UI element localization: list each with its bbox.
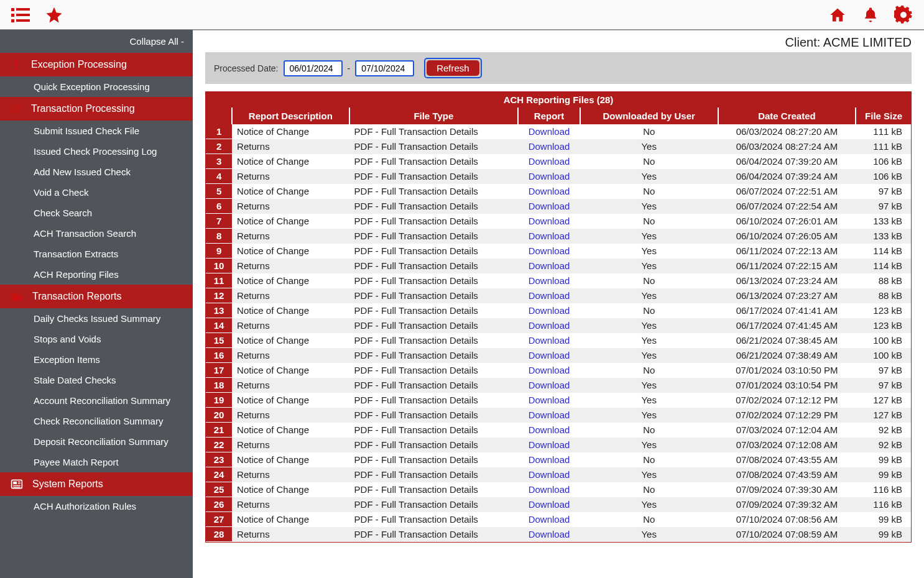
nav-item-stops-and-voids[interactable]: Stops and Voids [0,329,193,349]
report-description: Notice of Change [232,273,349,288]
file-type: PDF - Full Transaction Details [349,259,519,273]
nav-item-daily-checks-issued-summary[interactable]: Daily Checks Issued Summary [0,308,193,329]
download-link[interactable]: Download [529,335,570,346]
refresh-button[interactable]: Refresh [427,60,479,76]
nav-item-stale-dated-checks[interactable]: Stale Dated Checks [0,370,193,390]
download-link[interactable]: Download [529,484,570,495]
row-number: 12 [206,288,232,303]
col-header-2[interactable]: File Type [349,108,519,124]
download-link[interactable]: Download [529,275,570,286]
svg-rect-2 [11,14,14,17]
download-link[interactable]: Download [529,141,570,152]
download-link[interactable]: Download [529,216,570,226]
col-header-6[interactable]: File Size [856,108,911,124]
download-link[interactable]: Download [529,514,570,525]
nav-item-ach-transaction-search[interactable]: ACH Transaction Search [0,223,193,244]
nav-item-payee-match-report[interactable]: Payee Match Report [0,452,193,472]
file-type: PDF - Full Transaction Details [349,229,519,244]
report-description: Returns [232,438,349,452]
date-from-input[interactable] [284,60,343,76]
nav-item-ach-authorization-rules[interactable]: ACH Authorization Rules [0,496,193,516]
nav-item-check-reconciliation-summary[interactable]: Check Reconciliation Summary [0,411,193,431]
report-cell: Download [518,467,580,482]
collapse-all-toggle[interactable]: Collapse All - [0,30,193,53]
nav-item-quick-exception-processing[interactable]: Quick Exception Processing [0,76,193,97]
download-link[interactable]: Download [529,380,570,390]
download-link[interactable]: Download [529,260,570,271]
download-link[interactable]: Download [529,529,570,539]
table-row: 22ReturnsPDF - Full Transaction DetailsD… [206,438,911,452]
date-created: 06/10/2024 07:26:01 AM [718,214,856,229]
nav-item-add-new-issued-check[interactable]: Add New Issued Check [0,162,193,182]
bell-icon[interactable] [862,6,879,24]
table-row: 11Notice of ChangePDF - Full Transaction… [206,273,911,288]
date-created: 06/13/2024 07:23:27 AM [718,288,856,303]
nav-section-transaction-reports[interactable]: Transaction Reports [0,285,193,308]
nav-item-exception-items[interactable]: Exception Items [0,349,193,370]
downloaded-by-user: No [580,214,718,229]
table-wrap: ACH Reporting Files (28) Report Descript… [205,91,912,543]
date-created: 06/03/2024 08:27:20 AM [718,124,856,139]
download-link[interactable]: Download [529,201,570,211]
nav-section-transaction-processing[interactable]: Transaction Processing [0,97,193,121]
download-link[interactable]: Download [529,499,570,510]
row-number: 28 [206,527,232,542]
file-size: 123 kB [856,303,911,318]
download-link[interactable]: Download [529,171,570,181]
col-header-4[interactable]: Downloaded by User [580,108,718,124]
date-range-dash: - [348,63,351,73]
row-number: 16 [206,348,232,363]
report-description: Returns [232,378,349,393]
download-link[interactable]: Download [529,395,570,405]
download-link[interactable]: Download [529,290,570,301]
download-link[interactable]: Download [529,454,570,465]
file-type: PDF - Full Transaction Details [349,512,519,527]
date-to-input[interactable] [355,60,414,76]
col-header-3[interactable]: Report [518,108,580,124]
download-link[interactable]: Download [529,469,570,480]
home-icon[interactable] [828,6,847,24]
nav-item-ach-reporting-files[interactable]: ACH Reporting Files [0,264,193,285]
download-link[interactable]: Download [529,320,570,331]
nav-item-deposit-reconciliation-summary[interactable]: Deposit Reconciliation Summary [0,431,193,452]
row-number: 27 [206,512,232,527]
nav-item-void-a-check[interactable]: Void a Check [0,182,193,203]
folder-icon [10,290,24,303]
refresh-wrap: Refresh [424,58,482,78]
download-link[interactable]: Download [529,231,570,241]
nav-item-submit-issued-check-file[interactable]: Submit Issued Check File [0,121,193,141]
download-link[interactable]: Download [529,365,570,375]
nav-item-check-search[interactable]: Check Search [0,203,193,223]
nav-item-account-reconciliation-summary[interactable]: Account Reconciliation Summary [0,390,193,411]
nav-item-issued-check-processing-log[interactable]: Issued Check Processing Log [0,141,193,162]
col-header-5[interactable]: Date Created [718,108,856,124]
report-description: Returns [232,497,349,512]
main: Collapse All - Exception ProcessingQuick… [0,30,924,578]
report-cell: Download [518,303,580,318]
file-type: PDF - Full Transaction Details [349,378,519,393]
download-link[interactable]: Download [529,305,570,316]
star-icon[interactable] [45,6,63,24]
download-link[interactable]: Download [529,126,570,137]
nav-item-transaction-extracts[interactable]: Transaction Extracts [0,244,193,264]
report-description: Notice of Change [232,482,349,497]
download-link[interactable]: Download [529,156,570,167]
menu-list-icon[interactable] [11,7,30,23]
svg-rect-10 [18,482,21,482]
date-created: 07/01/2024 03:10:50 PM [718,363,856,378]
nav-section-exception-processing[interactable]: Exception Processing [0,53,193,76]
nav-section-system-reports[interactable]: System Reports [0,472,193,496]
table-row: 5Notice of ChangePDF - Full Transaction … [206,184,911,199]
col-header-1[interactable]: Report Description [232,108,349,124]
table-row: 21Notice of ChangePDF - Full Transaction… [206,423,911,438]
file-size: 97 kB [856,199,911,214]
download-link[interactable]: Download [529,245,570,256]
download-link[interactable]: Download [529,439,570,450]
gear-icon[interactable] [894,6,913,24]
col-header-0[interactable] [206,108,232,124]
download-link[interactable]: Download [529,424,570,435]
download-link[interactable]: Download [529,350,570,360]
download-link[interactable]: Download [529,410,570,420]
exclaim-icon [10,58,22,71]
download-link[interactable]: Download [529,186,570,196]
